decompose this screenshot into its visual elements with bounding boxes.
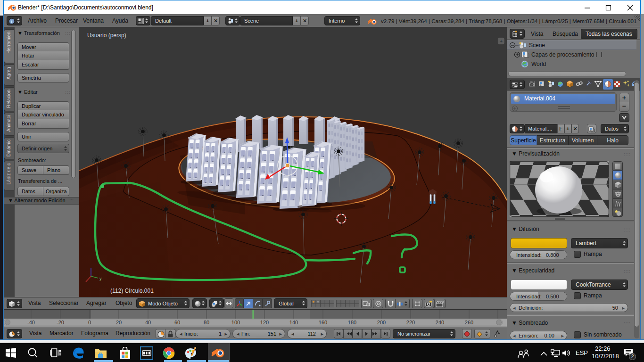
svg-text:180: 180 <box>348 320 356 325</box>
svg-text:Usuario (persp): Usuario (persp) <box>87 32 126 39</box>
svg-text:20: 20 <box>116 320 122 325</box>
svg-text:(112) Círculo.001: (112) Círculo.001 <box>110 288 154 294</box>
svg-text:220: 220 <box>406 320 415 325</box>
svg-text:100: 100 <box>231 320 240 325</box>
svg-text:y: y <box>99 276 102 281</box>
svg-text:Capas de procesamiento: Capas de procesamiento <box>531 51 594 58</box>
svg-text:-20: -20 <box>57 320 64 325</box>
svg-text:World: World <box>531 61 546 67</box>
svg-text:160: 160 <box>319 320 327 325</box>
svg-text:+: + <box>500 38 503 44</box>
svg-text:-40: -40 <box>27 320 35 325</box>
svg-text:60: 60 <box>174 320 180 325</box>
svg-text:i: i <box>11 19 13 24</box>
svg-text:260: 260 <box>465 320 473 325</box>
svg-text:Scene: Scene <box>529 42 545 49</box>
svg-text:80: 80 <box>204 320 209 325</box>
svg-text:240: 240 <box>436 320 444 325</box>
svg-text:200: 200 <box>377 320 386 325</box>
svg-text:40: 40 <box>145 320 151 325</box>
svg-text:120: 120 <box>260 320 269 325</box>
svg-text:140: 140 <box>289 320 298 325</box>
svg-text:0: 0 <box>88 320 91 325</box>
